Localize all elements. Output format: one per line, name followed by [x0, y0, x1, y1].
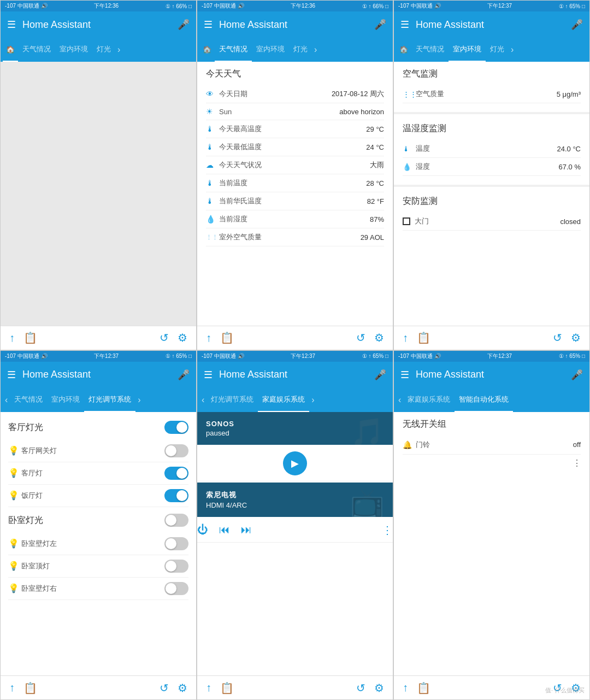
copy-icon-2[interactable]: 📋	[220, 331, 234, 344]
tab-lights-3[interactable]: 灯光	[486, 38, 509, 62]
doorbell-label: 门铃	[416, 440, 573, 450]
tab-chevron-right-4[interactable]: ›	[135, 395, 143, 405]
refresh-icon-2[interactable]: ↺	[356, 331, 365, 344]
menu-icon-1[interactable]: ☰	[7, 19, 16, 31]
settings-icon-1[interactable]: ⚙	[178, 331, 187, 344]
tab-chevron-left-4[interactable]: ‹	[3, 395, 10, 405]
weather-row-sun: ☀ Sun above horizon	[206, 103, 384, 120]
bedroom-left-toggle[interactable]	[164, 537, 188, 550]
humidity-row: 💧 湿度 67.0 %	[403, 158, 581, 176]
menu-icon-4[interactable]: ☰	[7, 369, 16, 381]
light-row-bedroom-top: 💡 卧室顶灯	[8, 555, 188, 578]
toggle-knob-gateway	[166, 445, 176, 456]
tab-weather-3[interactable]: 天气情况	[411, 38, 449, 62]
refresh-icon-4[interactable]: ↺	[160, 681, 169, 695]
mic-icon-5[interactable]: 🎤	[374, 369, 386, 381]
settings-icon-5[interactable]: ⚙	[374, 681, 384, 695]
tab-chevron-left-6[interactable]: ‹	[396, 395, 403, 405]
copy-icon-4[interactable]: 📋	[23, 681, 37, 695]
tab-chevron-left-5[interactable]: ‹	[199, 395, 206, 405]
tab-weather-2[interactable]: 天气情况	[215, 38, 252, 62]
prev-button[interactable]: ⏮	[219, 523, 230, 536]
tab-chevron-3[interactable]: ›	[509, 45, 516, 55]
droplet-icon-2: 💧	[403, 163, 416, 171]
mic-icon-1[interactable]: 🎤	[178, 19, 190, 31]
tab-chevron-right-5[interactable]: ›	[309, 395, 316, 405]
tab-home-2[interactable]: 🏠	[199, 38, 215, 62]
tab-weather-4[interactable]: 天气情况	[10, 388, 47, 412]
panel-3-content: 空气监测 ⋮⋮ 空气质量 5 μg/m³ 温湿度监测 🌡 温度 24.0 °C …	[394, 62, 589, 326]
next-button[interactable]: ⏭	[241, 523, 252, 536]
mic-icon-2[interactable]: 🎤	[374, 19, 386, 31]
upload-icon-4[interactable]: ↑	[9, 681, 15, 694]
copy-icon-1[interactable]: 📋	[23, 331, 37, 344]
menu-icon-2[interactable]: ☰	[204, 19, 213, 31]
refresh-icon-3[interactable]: ↺	[553, 331, 562, 344]
mic-icon-3[interactable]: 🎤	[571, 19, 583, 31]
dining-toggle[interactable]	[164, 489, 188, 502]
tab-home-1[interactable]: 🏠	[3, 38, 18, 62]
copy-icon-3[interactable]: 📋	[417, 331, 430, 344]
status-bar-5: -107 中国联通 🔊 下午12:37 ① ↑ 65% □	[197, 351, 393, 362]
panel-6-content: 无线开关组 🔔 门铃 off	[394, 412, 589, 676]
gateway-toggle[interactable]	[164, 444, 188, 457]
weather-title: 今天天气	[206, 68, 384, 80]
tab-indoor-4[interactable]: 室内环境	[47, 388, 84, 412]
tab-lights-2[interactable]: 灯光	[289, 38, 312, 62]
settings-icon-4[interactable]: ⚙	[178, 681, 187, 695]
weather-row-mintemp: 🌡 今天最低温度 24 °C	[206, 138, 384, 156]
bedroom-group-header: 卧室灯光	[8, 510, 188, 531]
menu-icon-5[interactable]: ☰	[204, 369, 213, 381]
upload-icon-5[interactable]: ↑	[206, 681, 211, 694]
bedroom-top-toggle[interactable]	[164, 560, 188, 573]
copy-icon-5[interactable]: 📋	[220, 681, 234, 695]
app-bar-3: ☰ Home Assistant 🎤	[394, 11, 589, 38]
tab-indoor-3[interactable]: 室内环境	[449, 38, 486, 62]
play-button[interactable]: ▶	[283, 451, 307, 475]
menu-icon-3[interactable]: ☰	[400, 19, 409, 31]
tab-indoor-2[interactable]: 室内环境	[252, 38, 289, 62]
condition-value: 大雨	[370, 160, 384, 170]
copy-icon-6[interactable]: 📋	[417, 681, 430, 695]
tab-weather-1[interactable]: 天气情况	[18, 38, 55, 62]
app-title-2: Home Assistant	[219, 19, 368, 31]
living-room-toggle[interactable]	[164, 421, 188, 434]
tab-automation-6[interactable]: 智能自动化系统	[455, 388, 513, 412]
tab-lights-4[interactable]: 灯光调节系统	[84, 388, 135, 412]
tab-entertainment-6[interactable]: 家庭娱乐系统	[403, 388, 455, 412]
mic-icon-4[interactable]: 🎤	[178, 369, 190, 381]
upload-icon-2[interactable]: ↑	[206, 332, 211, 344]
upload-icon-6[interactable]: ↑	[403, 681, 408, 694]
upload-icon-1[interactable]: ↑	[9, 332, 15, 344]
power-button[interactable]: ⏻	[197, 523, 208, 536]
bottom-bar-3: ↑ 📋 ↺ ⚙	[394, 326, 589, 350]
maxtemp-label: 今天最高温度	[219, 124, 366, 134]
mic-icon-6[interactable]: 🎤	[571, 369, 583, 381]
refresh-icon-5[interactable]: ↺	[356, 681, 365, 695]
tab-lights-5[interactable]: 灯光调节系统	[206, 388, 258, 412]
tab-chevron-1[interactable]: ›	[115, 45, 122, 55]
tab-lights-1[interactable]: 灯光	[92, 38, 115, 62]
tab-home-3[interactable]: 🏠	[396, 38, 411, 62]
tv-more-icon[interactable]: ⋮	[382, 523, 393, 537]
bedroom-toggle[interactable]	[164, 514, 188, 527]
tab-entertainment-5[interactable]: 家庭娱乐系统	[258, 388, 309, 412]
tab-chevron-2[interactable]: ›	[312, 45, 319, 55]
refresh-icon-1[interactable]: ↺	[160, 331, 169, 344]
settings-icon-2[interactable]: ⚙	[374, 331, 384, 344]
tab-indoor-1[interactable]: 室内环境	[55, 38, 92, 62]
living-toggle[interactable]	[164, 467, 188, 480]
grid-icon: ⋮⋮	[403, 90, 416, 98]
tv-controls: ⏻ ⏮ ⏭ ⋮	[197, 518, 393, 543]
upload-icon-3[interactable]: ↑	[403, 332, 408, 344]
toggle-knob-bedroom-right	[166, 583, 176, 594]
menu-icon-6[interactable]: ☰	[400, 369, 409, 381]
bedroom-right-toggle[interactable]	[164, 582, 188, 595]
weather-row-airquality: ⋮⋮ 室外空气质量 29 AOL	[206, 228, 384, 246]
air-quality-label: 空气质量	[416, 89, 557, 99]
bottom-bar-2: ↑ 📋 ↺ ⚙	[197, 326, 393, 350]
mintemp-label: 今天最低温度	[219, 142, 366, 152]
bulb-icon-5: 💡	[8, 561, 21, 571]
settings-icon-3[interactable]: ⚙	[571, 331, 581, 344]
bedroom-title: 卧室灯光	[8, 515, 43, 526]
